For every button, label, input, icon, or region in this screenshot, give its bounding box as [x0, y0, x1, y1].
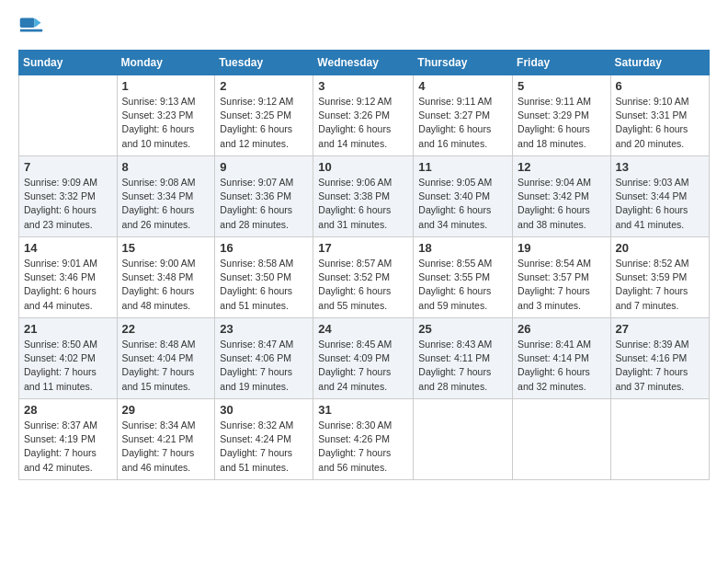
day-number: 31	[318, 403, 408, 417]
week-row-3: 14Sunrise: 9:01 AM Sunset: 3:46 PM Dayli…	[19, 237, 710, 318]
day-cell: 15Sunrise: 9:00 AM Sunset: 3:48 PM Dayli…	[117, 237, 215, 318]
day-number: 5	[518, 79, 606, 93]
day-info: Sunrise: 8:41 AM Sunset: 4:14 PM Dayligh…	[518, 338, 606, 394]
day-cell: 23Sunrise: 8:47 AM Sunset: 4:06 PM Dayli…	[215, 318, 313, 399]
header-day-wednesday: Wednesday	[313, 51, 414, 75]
day-cell: 26Sunrise: 8:41 AM Sunset: 4:14 PM Dayli…	[513, 318, 611, 399]
day-number: 24	[318, 322, 408, 336]
svg-rect-2	[20, 29, 43, 32]
day-cell: 21Sunrise: 8:50 AM Sunset: 4:02 PM Dayli…	[19, 318, 118, 399]
week-row-1: 1Sunrise: 9:13 AM Sunset: 3:23 PM Daylig…	[19, 75, 710, 156]
header-row: SundayMondayTuesdayWednesdayThursdayFrid…	[19, 51, 710, 75]
calendar-table: SundayMondayTuesdayWednesdayThursdayFrid…	[18, 50, 710, 480]
day-cell: 1Sunrise: 9:13 AM Sunset: 3:23 PM Daylig…	[117, 75, 215, 156]
day-info: Sunrise: 8:52 AM Sunset: 3:59 PM Dayligh…	[616, 257, 704, 313]
day-info: Sunrise: 8:58 AM Sunset: 3:50 PM Dayligh…	[220, 257, 308, 313]
day-cell: 5Sunrise: 9:11 AM Sunset: 3:29 PM Daylig…	[513, 75, 611, 156]
day-info: Sunrise: 9:05 AM Sunset: 3:40 PM Dayligh…	[418, 176, 507, 232]
week-row-2: 7Sunrise: 9:09 AM Sunset: 3:32 PM Daylig…	[19, 156, 710, 237]
day-cell: 28Sunrise: 8:37 AM Sunset: 4:19 PM Dayli…	[19, 399, 118, 480]
day-info: Sunrise: 8:32 AM Sunset: 4:24 PM Dayligh…	[220, 419, 308, 475]
day-cell: 9Sunrise: 9:07 AM Sunset: 3:36 PM Daylig…	[215, 156, 313, 237]
day-number: 29	[122, 403, 210, 417]
day-number: 22	[122, 322, 210, 336]
day-cell: 27Sunrise: 8:39 AM Sunset: 4:16 PM Dayli…	[610, 318, 709, 399]
day-info: Sunrise: 8:30 AM Sunset: 4:26 PM Dayligh…	[318, 419, 408, 475]
day-number: 19	[518, 241, 606, 255]
day-number: 3	[318, 79, 408, 93]
week-row-5: 28Sunrise: 8:37 AM Sunset: 4:19 PM Dayli…	[19, 399, 710, 480]
day-number: 27	[616, 322, 704, 336]
day-cell	[610, 399, 709, 480]
day-number: 6	[616, 79, 704, 93]
header-day-tuesday: Tuesday	[215, 51, 313, 75]
header-day-thursday: Thursday	[414, 51, 513, 75]
day-info: Sunrise: 8:50 AM Sunset: 4:02 PM Dayligh…	[24, 338, 112, 394]
day-cell: 29Sunrise: 8:34 AM Sunset: 4:21 PM Dayli…	[117, 399, 215, 480]
day-info: Sunrise: 8:54 AM Sunset: 3:57 PM Dayligh…	[518, 257, 606, 313]
day-cell: 14Sunrise: 9:01 AM Sunset: 3:46 PM Dayli…	[19, 237, 118, 318]
day-cell: 24Sunrise: 8:45 AM Sunset: 4:09 PM Dayli…	[313, 318, 414, 399]
day-info: Sunrise: 8:47 AM Sunset: 4:06 PM Dayligh…	[220, 338, 308, 394]
day-cell: 3Sunrise: 9:12 AM Sunset: 3:26 PM Daylig…	[313, 75, 414, 156]
day-cell: 18Sunrise: 8:55 AM Sunset: 3:55 PM Dayli…	[414, 237, 513, 318]
day-cell: 17Sunrise: 8:57 AM Sunset: 3:52 PM Dayli…	[313, 237, 414, 318]
logo-icon	[18, 15, 44, 40]
day-cell: 22Sunrise: 8:48 AM Sunset: 4:04 PM Dayli…	[117, 318, 215, 399]
day-number: 23	[220, 322, 308, 336]
day-number: 9	[220, 160, 308, 174]
page: SundayMondayTuesdayWednesdayThursdayFrid…	[0, 0, 728, 563]
day-number: 30	[220, 403, 308, 417]
day-number: 21	[24, 322, 112, 336]
day-number: 2	[220, 79, 308, 93]
svg-marker-1	[35, 18, 41, 29]
day-cell: 4Sunrise: 9:11 AM Sunset: 3:27 PM Daylig…	[414, 75, 513, 156]
day-number: 26	[518, 322, 606, 336]
day-info: Sunrise: 9:10 AM Sunset: 3:31 PM Dayligh…	[616, 95, 704, 151]
day-cell: 13Sunrise: 9:03 AM Sunset: 3:44 PM Dayli…	[610, 156, 709, 237]
day-info: Sunrise: 9:01 AM Sunset: 3:46 PM Dayligh…	[24, 257, 112, 313]
day-number: 16	[220, 241, 308, 255]
header-day-saturday: Saturday	[610, 51, 709, 75]
day-number: 11	[418, 160, 507, 174]
day-number: 25	[418, 322, 507, 336]
day-number: 18	[418, 241, 507, 255]
day-cell: 19Sunrise: 8:54 AM Sunset: 3:57 PM Dayli…	[513, 237, 611, 318]
day-cell: 25Sunrise: 8:43 AM Sunset: 4:11 PM Dayli…	[414, 318, 513, 399]
day-cell: 20Sunrise: 8:52 AM Sunset: 3:59 PM Dayli…	[610, 237, 709, 318]
day-cell: 31Sunrise: 8:30 AM Sunset: 4:26 PM Dayli…	[313, 399, 414, 480]
day-cell	[414, 399, 513, 480]
day-info: Sunrise: 8:37 AM Sunset: 4:19 PM Dayligh…	[24, 419, 112, 475]
day-cell: 30Sunrise: 8:32 AM Sunset: 4:24 PM Dayli…	[215, 399, 313, 480]
day-info: Sunrise: 9:09 AM Sunset: 3:32 PM Dayligh…	[24, 176, 112, 232]
day-number: 1	[122, 79, 210, 93]
day-number: 14	[24, 241, 112, 255]
day-cell: 10Sunrise: 9:06 AM Sunset: 3:38 PM Dayli…	[313, 156, 414, 237]
day-info: Sunrise: 9:04 AM Sunset: 3:42 PM Dayligh…	[518, 176, 606, 232]
day-cell: 12Sunrise: 9:04 AM Sunset: 3:42 PM Dayli…	[513, 156, 611, 237]
day-number: 13	[616, 160, 704, 174]
day-number: 20	[616, 241, 704, 255]
day-info: Sunrise: 9:11 AM Sunset: 3:27 PM Dayligh…	[418, 95, 507, 151]
day-info: Sunrise: 8:39 AM Sunset: 4:16 PM Dayligh…	[616, 338, 704, 394]
day-cell: 16Sunrise: 8:58 AM Sunset: 3:50 PM Dayli…	[215, 237, 313, 318]
day-number: 28	[24, 403, 112, 417]
svg-rect-0	[20, 18, 35, 29]
day-number: 8	[122, 160, 210, 174]
week-row-4: 21Sunrise: 8:50 AM Sunset: 4:02 PM Dayli…	[19, 318, 710, 399]
day-info: Sunrise: 9:08 AM Sunset: 3:34 PM Dayligh…	[122, 176, 210, 232]
day-number: 15	[122, 241, 210, 255]
day-number: 17	[318, 241, 408, 255]
day-info: Sunrise: 9:07 AM Sunset: 3:36 PM Dayligh…	[220, 176, 308, 232]
day-cell: 2Sunrise: 9:12 AM Sunset: 3:25 PM Daylig…	[215, 75, 313, 156]
day-info: Sunrise: 9:03 AM Sunset: 3:44 PM Dayligh…	[616, 176, 704, 232]
header-day-sunday: Sunday	[19, 51, 118, 75]
logo	[18, 15, 48, 40]
day-cell	[19, 75, 118, 156]
day-info: Sunrise: 8:48 AM Sunset: 4:04 PM Dayligh…	[122, 338, 210, 394]
header-day-monday: Monday	[117, 51, 215, 75]
day-number: 4	[418, 79, 507, 93]
day-info: Sunrise: 8:34 AM Sunset: 4:21 PM Dayligh…	[122, 419, 210, 475]
day-cell: 6Sunrise: 9:10 AM Sunset: 3:31 PM Daylig…	[610, 75, 709, 156]
day-info: Sunrise: 9:12 AM Sunset: 3:26 PM Dayligh…	[318, 95, 408, 151]
